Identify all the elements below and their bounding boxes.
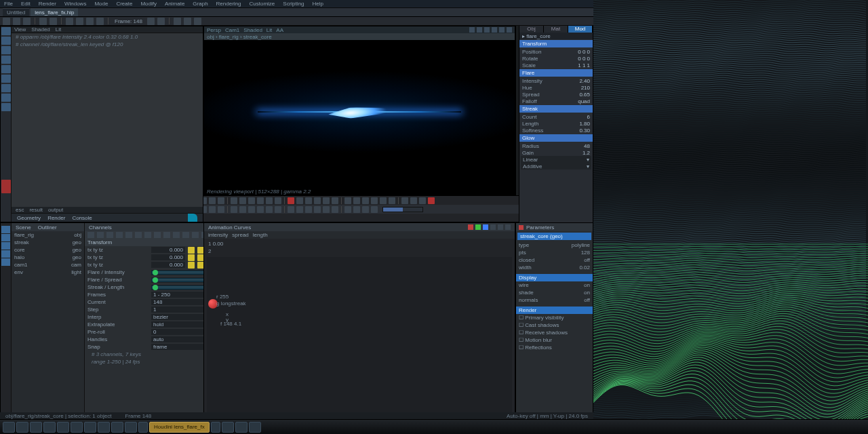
param-row[interactable]: Extrapolatehold xyxy=(85,321,220,328)
taskbar-icon[interactable] xyxy=(222,422,234,433)
shelf-icon[interactable] xyxy=(353,206,360,213)
record-icon[interactable] xyxy=(1,180,11,193)
tree-tab[interactable]: Outliner xyxy=(38,224,57,231)
lr-check[interactable]: ☐ Receive shadows xyxy=(516,329,593,336)
opts-icon[interactable] xyxy=(498,224,503,230)
lr-selection[interactable]: streak_core (geo) xyxy=(517,233,591,240)
menu-graph[interactable]: Graph xyxy=(193,1,208,7)
props-tool-icon[interactable] xyxy=(192,232,199,238)
shelf-icon[interactable] xyxy=(371,197,378,204)
menu-customize[interactable]: Customize xyxy=(250,1,275,7)
shelf-icon[interactable] xyxy=(257,197,264,204)
param-row[interactable]: Frames1 - 250 xyxy=(85,291,220,298)
tool-icon[interactable] xyxy=(1,56,11,64)
menu-create[interactable]: Create xyxy=(116,1,132,7)
taskbar-icon[interactable] xyxy=(30,422,42,433)
inspector-row[interactable]: Count6 xyxy=(519,113,593,120)
shelf-icon[interactable] xyxy=(362,197,369,204)
shelf-icon[interactable] xyxy=(266,206,273,213)
mode-icon[interactable] xyxy=(1,242,10,250)
inspector-row[interactable]: Scale1 1 1 xyxy=(519,62,593,68)
taskbar-icon[interactable] xyxy=(249,422,261,433)
shelf-icon[interactable] xyxy=(428,197,435,204)
channel-row[interactable]: tx ty tz0.000 xyxy=(85,246,220,254)
curve-list-item[interactable]: 2 xyxy=(208,248,511,255)
tool-icon[interactable] xyxy=(1,94,11,102)
props-tool-icon[interactable] xyxy=(125,232,132,238)
lr-check[interactable]: ☐ Primary visibility xyxy=(516,314,593,321)
lr-check[interactable]: ☐ Cast shadows xyxy=(516,321,593,329)
tree-node[interactable]: halogeo xyxy=(12,254,84,261)
inspector-row[interactable]: Falloffquad xyxy=(519,98,593,104)
rotate-icon[interactable] xyxy=(86,18,94,25)
inspector-tab[interactable]: Obj xyxy=(519,26,544,33)
x-axis-chip[interactable] xyxy=(468,224,473,230)
doc-tab[interactable]: Untitled xyxy=(3,8,29,16)
rec-icon[interactable] xyxy=(519,225,524,230)
viewport[interactable]: PerspCam1ShadedLitAA obj › flare_rig › s… xyxy=(203,26,515,195)
inspector-section[interactable]: Glow xyxy=(519,134,593,142)
vp-mode[interactable]: Shaded xyxy=(243,27,262,33)
y-axis-chip[interactable] xyxy=(475,224,481,230)
mode-icon[interactable] xyxy=(1,258,10,266)
menu-render[interactable]: Render xyxy=(39,1,56,7)
tool-icon[interactable] xyxy=(1,65,11,73)
shelf-icon[interactable] xyxy=(239,197,246,204)
lr-row[interactable]: wireon xyxy=(516,281,593,289)
shelf-icon[interactable] xyxy=(389,197,395,204)
inspector-row[interactable]: Gain1.2 xyxy=(519,149,593,156)
shelf-icon[interactable] xyxy=(323,197,330,204)
inspector-tab[interactable]: Mat xyxy=(544,26,568,33)
keyframe-icon[interactable] xyxy=(188,254,195,261)
lr-row[interactable]: closedoff xyxy=(516,256,593,264)
shelf-icon[interactable] xyxy=(248,197,255,204)
lr-check[interactable]: ☐ Reflections xyxy=(516,344,593,351)
shelf-icon[interactable] xyxy=(314,197,321,204)
opts-icon[interactable] xyxy=(490,224,496,230)
ul-subtab[interactable]: result xyxy=(29,207,43,213)
menu-modify[interactable]: Modify xyxy=(140,1,157,7)
tree-node[interactable]: coregeo xyxy=(12,246,84,254)
expand-icon[interactable] xyxy=(188,214,197,222)
taskbar-icon[interactable] xyxy=(43,422,56,433)
taskbar-icon[interactable] xyxy=(125,422,137,433)
keyframe-icon[interactable] xyxy=(188,262,195,269)
shelf-icon[interactable] xyxy=(332,197,338,204)
vp-option[interactable] xyxy=(484,27,490,33)
inspector-tab[interactable]: Mod xyxy=(568,26,593,33)
keyframe-icon[interactable] xyxy=(188,247,195,254)
shelf-icon[interactable] xyxy=(380,197,387,204)
props-tool-icon[interactable] xyxy=(182,232,189,238)
menu-animate[interactable]: Animate xyxy=(165,1,184,7)
shelf-icon[interactable] xyxy=(305,197,312,204)
lr-section[interactable]: Display xyxy=(516,274,593,281)
props-tool-icon[interactable] xyxy=(106,232,113,238)
undo-icon[interactable] xyxy=(39,18,47,25)
shelf-icon[interactable] xyxy=(218,197,224,204)
menu-mode[interactable]: Mode xyxy=(94,1,108,7)
shelf-icon[interactable] xyxy=(305,206,312,213)
inspector-dropdown[interactable]: Linear▾ xyxy=(521,156,591,163)
menu-help[interactable]: Help xyxy=(312,1,323,7)
shelf-icon[interactable] xyxy=(362,206,369,213)
shelf-icon[interactable] xyxy=(231,206,237,213)
ul-subtab[interactable]: output xyxy=(48,207,63,213)
vp-mode[interactable]: Lit xyxy=(267,27,272,33)
vp-mode[interactable]: AA xyxy=(276,27,283,33)
props-tool-icon[interactable] xyxy=(173,232,180,238)
taskbar-icon[interactable] xyxy=(98,422,110,433)
lr-row[interactable]: width0.02 xyxy=(516,264,593,271)
channel-track-row[interactable]: Flare / Intensity xyxy=(85,269,220,276)
taskbar-icon[interactable] xyxy=(111,422,123,433)
curve-channel[interactable]: spread xyxy=(232,232,248,238)
mode-icon[interactable] xyxy=(1,250,10,258)
tool-icon[interactable] xyxy=(1,75,11,83)
tree-node[interactable]: cam1cam xyxy=(12,261,84,269)
curve-editor[interactable]: Animation Curves intensityspreadlength 1… xyxy=(203,222,515,419)
props-tool-icon[interactable] xyxy=(87,232,94,238)
taskbar-icon[interactable] xyxy=(16,422,28,433)
taskbar-icon[interactable] xyxy=(57,422,69,433)
ul-bottom-tab[interactable]: Render xyxy=(47,215,65,221)
vp-option[interactable] xyxy=(477,27,482,33)
menu-windows[interactable]: Windows xyxy=(64,1,86,7)
